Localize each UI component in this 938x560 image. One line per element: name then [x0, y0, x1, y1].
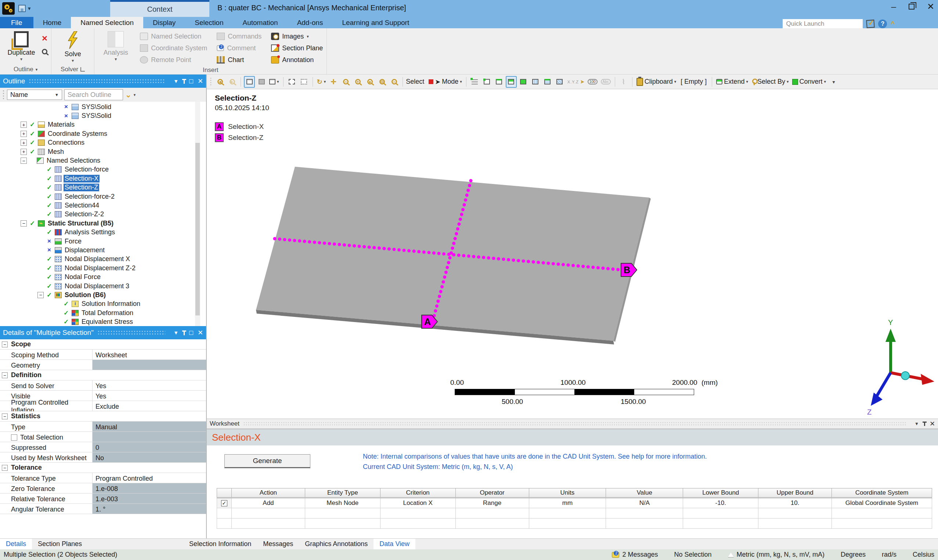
clipboard-dropdown[interactable]: Clipboard▾: [635, 76, 678, 88]
tree-item[interactable]: −Named Selections: [0, 156, 206, 165]
details-value[interactable]: Yes: [92, 380, 206, 390]
quick-launch-input[interactable]: [783, 19, 863, 29]
tree-item[interactable]: ✓Nodal Force: [0, 272, 206, 281]
context-tab-group[interactable]: Context: [110, 0, 209, 17]
pan-button[interactable]: ✛: [328, 76, 339, 88]
zoom-to-selection-button[interactable]: ◎: [377, 76, 388, 88]
worksheet-close-icon[interactable]: ✕: [930, 420, 935, 428]
bottom-tab-data-view[interactable]: Data View: [374, 539, 415, 549]
outline-scrollbar[interactable]: [195, 102, 200, 326]
filter-element-face-button[interactable]: [542, 76, 553, 88]
tree-item[interactable]: ✓Solution Information: [0, 300, 206, 308]
coordinate-probe-button[interactable]: X.Y.Z➤: [566, 76, 586, 88]
outline-pin-icon[interactable]: [184, 79, 185, 84]
table-cell[interactable]: Add: [231, 498, 305, 508]
ribbon-tab-learning-and-support[interactable]: Learning and Support: [332, 17, 419, 28]
view-next-button[interactable]: ►: [227, 76, 238, 88]
category-collapse-icon[interactable]: −: [2, 372, 8, 378]
tree-item[interactable]: ✓Analysis Settings: [0, 228, 206, 237]
tree-item[interactable]: ✓Selection-Z: [0, 183, 206, 192]
ribbon-tab-named-selection[interactable]: Named Selection: [71, 17, 143, 28]
tag-nodes-button[interactable]: 100: [586, 76, 599, 88]
zoom-to-fit-button[interactable]: ●: [364, 76, 375, 88]
tree-item[interactable]: −✓Static Structural (B5): [0, 219, 206, 228]
table-header-upper-bound[interactable]: Upper Bound: [758, 488, 832, 498]
tree-item[interactable]: +✓Materials: [0, 120, 206, 129]
insert-remote-point-button[interactable]: Remote Point: [140, 56, 207, 64]
bottom-tab-details[interactable]: Details: [0, 539, 32, 549]
insert-comment-button[interactable]: Comment: [217, 45, 261, 52]
solve-button[interactable]: Solve ▾: [55, 31, 90, 63]
select-by-dropdown[interactable]: Select By▾: [750, 76, 790, 88]
filter-mesh-node-button[interactable]: [530, 76, 541, 88]
collapse-minus-icon[interactable]: −: [21, 157, 27, 164]
zoom-button[interactable]: −: [340, 76, 351, 88]
table-header-coordinate-system[interactable]: Coordinate System: [832, 488, 932, 498]
label-button[interactable]: Abc: [600, 76, 612, 88]
status-units[interactable]: Metric (mm, kg, N, s, mV, mA): [728, 551, 824, 558]
tree-item[interactable]: ✓Nodal Displacement X: [0, 255, 206, 264]
bottom-tab-graphics-annotations[interactable]: Graphics Annotations: [299, 539, 374, 549]
tree-item[interactable]: +✓Connections: [0, 138, 206, 147]
category-collapse-icon[interactable]: −: [2, 414, 8, 419]
insert-named-selection-button[interactable]: Named Selection: [140, 33, 207, 40]
status-angular-velocity-unit[interactable]: rad/s: [882, 551, 896, 558]
bottom-tab-messages[interactable]: Messages: [257, 539, 299, 549]
tree-item[interactable]: ✓Selection-Z-2: [0, 210, 206, 219]
tree-item[interactable]: ✓Total Deformation: [0, 308, 206, 317]
box-zoom-button[interactable]: +: [352, 76, 363, 88]
tree-item[interactable]: ✓Equivalent Stress: [0, 317, 206, 326]
table-header-criterion[interactable]: Criterion: [380, 488, 455, 498]
tree-item[interactable]: ×Displacement: [0, 246, 206, 254]
analysis-button[interactable]: Analysis ▾: [98, 31, 133, 62]
viewports-button[interactable]: ▾: [268, 76, 280, 88]
view-previous-button[interactable]: ◄: [214, 76, 226, 88]
worksheet-menu-caret-icon[interactable]: ▼: [915, 421, 919, 426]
tree-item[interactable]: ✓Selection44: [0, 201, 206, 210]
insert-chart-button[interactable]: Chart: [217, 56, 261, 64]
tree-item[interactable]: ✓Nodal Displacement Z-2: [0, 264, 206, 272]
restore-button[interactable]: [909, 4, 915, 9]
duplicate-button[interactable]: Duplicate ▾: [4, 31, 39, 62]
filter-vertex-button[interactable]: [481, 76, 492, 88]
filter-edge-button[interactable]: [494, 76, 504, 88]
close-button[interactable]: ✕: [927, 2, 934, 11]
table-header-lower-bound[interactable]: Lower Bound: [683, 488, 758, 498]
tree-item[interactable]: ×Force: [0, 237, 206, 246]
save-icon[interactable]: [18, 5, 26, 12]
table-header-operator[interactable]: Operator: [455, 488, 529, 498]
toolbar-overflow-caret-icon[interactable]: ▾: [828, 76, 839, 88]
geometry-viewport[interactable]: A B Y X Z Selection-Z 05.10.2025 14:10 A…: [207, 89, 938, 418]
search-expand-chevron-icon[interactable]: ⌄: [125, 90, 131, 99]
table-cell[interactable]: Range: [455, 498, 529, 508]
status-angle-unit[interactable]: Degrees: [841, 551, 866, 558]
tree-item[interactable]: ×SYS\Solid: [0, 102, 206, 111]
table-cell[interactable]: 10.: [758, 498, 832, 508]
quick-access-caret-icon[interactable]: ▾: [28, 5, 31, 12]
shaded-exterior-edges-button[interactable]: [244, 76, 255, 88]
insert-images-button[interactable]: Images▾: [271, 33, 323, 40]
worksheet-pin-icon[interactable]: [924, 422, 925, 426]
row-enabled-checkbox[interactable]: ✓: [221, 500, 228, 506]
expand-plus-icon[interactable]: +: [21, 131, 27, 137]
outline-group-caret-icon[interactable]: ▾: [35, 67, 38, 72]
collapse-ribbon-icon[interactable]: ^: [890, 20, 895, 28]
tree-item[interactable]: +✓Coordinate Systems: [0, 129, 206, 138]
category-collapse-icon[interactable]: −: [2, 465, 8, 471]
help-icon[interactable]: ?: [878, 20, 887, 28]
outline-scrollbar-thumb[interactable]: [195, 143, 200, 315]
insert-commands-button[interactable]: Commands: [217, 33, 261, 40]
ribbon-tab-display[interactable]: Display: [143, 17, 185, 28]
chart-toggle-button[interactable]: ⌇: [618, 76, 629, 88]
status-messages[interactable]: 2 Messages: [612, 551, 658, 558]
details-close-icon[interactable]: ✕: [198, 329, 203, 337]
outline-menu-caret-icon[interactable]: ▼: [173, 78, 178, 84]
total-selection-checkbox[interactable]: [11, 434, 17, 441]
table-cell[interactable]: N/A: [606, 498, 683, 508]
expand-plus-icon[interactable]: +: [21, 149, 27, 155]
rotate-button[interactable]: ↻▾: [316, 76, 327, 88]
status-temperature-unit[interactable]: Celsius: [913, 551, 934, 558]
convert-dropdown[interactable]: Convert▾: [791, 76, 827, 88]
ribbon-tab-file[interactable]: File: [0, 17, 34, 28]
category-collapse-icon[interactable]: −: [2, 342, 8, 348]
